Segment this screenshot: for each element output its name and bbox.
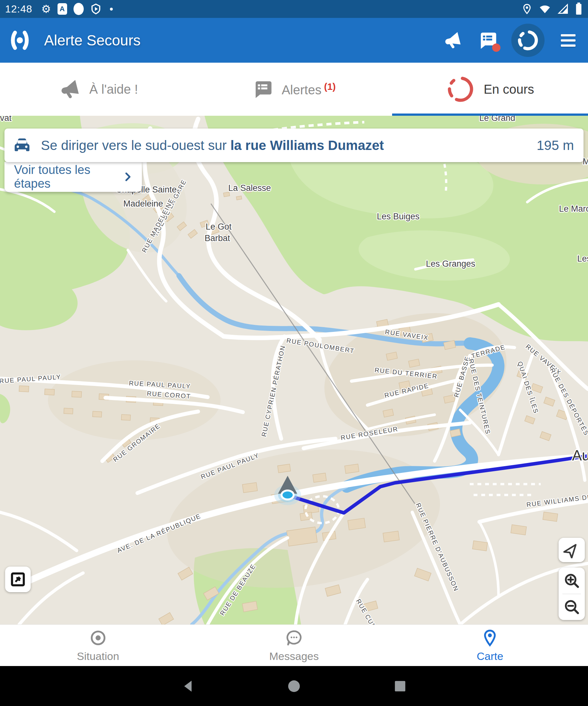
unread-badge-dot bbox=[492, 43, 500, 52]
notification-dot-icon bbox=[110, 8, 113, 10]
nav-label: Carte bbox=[477, 650, 503, 663]
app-title: Alerte Secours bbox=[44, 32, 140, 49]
android-navigation-bar bbox=[0, 666, 588, 706]
tab-label: À l'aide ! bbox=[89, 82, 138, 96]
app-bar-actions bbox=[441, 24, 580, 57]
instruction-text: Se diriger vers le sud-ouest sur la rue … bbox=[41, 138, 384, 153]
place-label: Les bbox=[577, 254, 588, 264]
record-dot-icon bbox=[74, 3, 84, 15]
car-icon bbox=[12, 137, 32, 154]
place-label: vat bbox=[0, 116, 12, 123]
place-label: Barbat bbox=[205, 233, 230, 243]
place-label: Le Marc bbox=[559, 204, 588, 213]
megaphone-icon bbox=[58, 78, 81, 101]
spinner-icon bbox=[517, 29, 539, 51]
alert-count-badge: (1) bbox=[324, 81, 336, 92]
clock: 12:48 bbox=[5, 3, 32, 15]
battery-icon bbox=[575, 2, 583, 16]
menu-icon bbox=[561, 34, 576, 36]
place-label: Le Grand bbox=[479, 116, 515, 123]
nav-label: Situation bbox=[77, 650, 119, 663]
wifi-icon bbox=[538, 3, 552, 15]
settings-gear-icon: ⚙ bbox=[41, 3, 51, 14]
app-logo-icon bbox=[8, 29, 31, 52]
messages-button[interactable] bbox=[476, 29, 499, 52]
zoom-in-icon bbox=[563, 572, 580, 589]
tab-en-cours[interactable]: En cours bbox=[392, 63, 588, 116]
place-label: La Salesse bbox=[228, 183, 271, 193]
spinner-icon-red bbox=[446, 75, 475, 104]
navigation-arrow-icon bbox=[563, 542, 580, 558]
nav-item-carte[interactable]: Carte bbox=[392, 625, 588, 666]
app-bar: Alerte Secours bbox=[0, 18, 588, 63]
place-label: Les Granges bbox=[426, 259, 475, 269]
zoom-in-button[interactable] bbox=[558, 567, 585, 594]
place-label: Madeleine bbox=[123, 199, 163, 208]
status-icons-right bbox=[521, 2, 583, 16]
nav-label: Messages bbox=[269, 650, 319, 663]
nav-item-messages[interactable]: Messages bbox=[196, 625, 392, 666]
home-button[interactable] bbox=[287, 679, 301, 694]
recenter-button[interactable] bbox=[558, 538, 585, 562]
cell-signal-icon bbox=[557, 3, 569, 15]
chevron-right-icon bbox=[122, 170, 134, 183]
megaphone-button[interactable] bbox=[441, 29, 464, 52]
zoom-out-icon bbox=[563, 598, 580, 615]
basemap: RUE PAUL PAULYRUE PAUL PAULYRUE COROTRUE… bbox=[0, 116, 588, 624]
active-tab-underline bbox=[392, 114, 588, 116]
tab-bar: À l'aide ! Alertes(1) En cours bbox=[0, 63, 588, 116]
tab-alertes[interactable]: Alertes(1) bbox=[196, 63, 392, 116]
status-icons-left: ⚙ A bbox=[41, 3, 113, 15]
tab-label: Alertes(1) bbox=[282, 81, 336, 97]
tab-a-laide[interactable]: À l'aide ! bbox=[0, 63, 196, 116]
zoom-out-button[interactable] bbox=[558, 594, 585, 620]
target-icon bbox=[89, 629, 107, 647]
megaphone-icon bbox=[442, 30, 463, 50]
distance-value: 195 m bbox=[537, 138, 574, 153]
message-list-icon bbox=[252, 79, 273, 100]
steps-expander[interactable]: Voir toutes les étapes bbox=[4, 162, 142, 192]
road-name: la rue Williams Dumazet bbox=[230, 138, 384, 153]
place-label: Le Got bbox=[206, 222, 232, 232]
place-label: Les Buiges bbox=[377, 212, 420, 221]
location-icon bbox=[521, 3, 533, 15]
play-shield-icon bbox=[90, 3, 101, 15]
chat-bubble-icon bbox=[285, 629, 303, 647]
ongoing-alert-button[interactable] bbox=[511, 24, 545, 57]
back-button[interactable] bbox=[180, 679, 195, 694]
map-canvas[interactable]: RUE PAUL PAULYRUE PAUL PAULYRUE COROTRUE… bbox=[0, 116, 588, 624]
nav-item-situation[interactable]: Situation bbox=[0, 625, 196, 666]
status-bar: 12:48 ⚙ A bbox=[0, 0, 588, 18]
recents-button[interactable] bbox=[393, 679, 408, 694]
city-label: Au bbox=[572, 447, 588, 464]
map-pin-icon bbox=[481, 629, 499, 647]
fullscreen-button[interactable] bbox=[5, 566, 31, 592]
app-letter-a-icon: A bbox=[57, 3, 67, 15]
menu-button[interactable] bbox=[557, 29, 580, 52]
bottom-nav: Situation Messages Carte bbox=[0, 624, 588, 666]
tab-label: En cours bbox=[484, 82, 534, 96]
steps-label: Voir toutes les étapes bbox=[14, 163, 122, 191]
open-external-icon bbox=[10, 571, 26, 588]
route-instruction-banner[interactable]: Se diriger vers le sud-ouest sur la rue … bbox=[4, 128, 584, 162]
screen: 12:48 ⚙ A bbox=[0, 0, 588, 706]
zoom-controls bbox=[558, 567, 585, 620]
